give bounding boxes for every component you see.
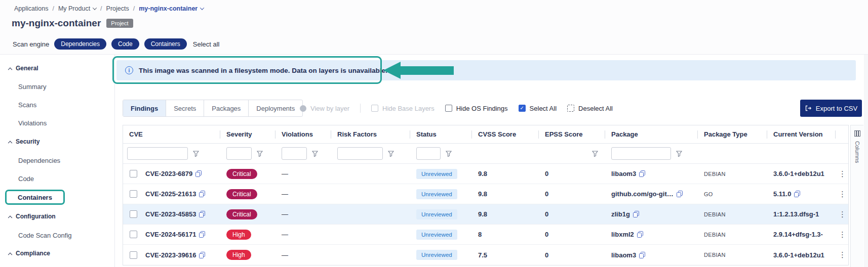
vertical-scrollbar[interactable] (864, 55, 868, 267)
select-all-checkbox[interactable]: ✓ Select All (519, 105, 557, 112)
status-badge: Unreviewed (416, 230, 457, 240)
filter-icon[interactable] (446, 151, 452, 157)
column-header-package[interactable]: Package (605, 125, 698, 143)
scan-engine-pill-containers[interactable]: Containers (144, 38, 187, 50)
risk-factors-filter-input[interactable] (337, 147, 383, 160)
select-all-label: Select All (530, 105, 557, 112)
scan-engine-pill-dependencies[interactable]: Dependencies (54, 38, 106, 50)
copy-icon[interactable] (637, 231, 643, 238)
kebab-menu-icon[interactable]: ⋮ (837, 209, 848, 220)
sidebar-section-configuration[interactable]: Configuration (9, 213, 56, 220)
tab-packages[interactable]: Packages (204, 100, 249, 116)
row-checkbox[interactable] (130, 170, 137, 177)
kebab-menu-icon[interactable]: ⋮ (837, 249, 848, 260)
sidebar-item-containers[interactable]: Containers (5, 190, 65, 205)
copy-icon[interactable] (633, 211, 639, 217)
cve-link[interactable]: CVE-2023-39616 (145, 251, 196, 259)
sidebar-item-dependencies[interactable]: Dependencies (18, 157, 60, 164)
deselect-all-button[interactable]: Deselect All (567, 105, 613, 112)
violations-filter-input[interactable] (282, 147, 307, 160)
row-checkbox[interactable] (130, 231, 137, 238)
copy-icon[interactable] (195, 170, 202, 177)
table-row[interactable]: CVE-2024-56171 High — Unreviewed 8 0 lib… (123, 225, 848, 245)
export-to-csv-button[interactable]: Export to CSV (800, 100, 862, 117)
column-header-severity[interactable]: Severity (220, 125, 275, 143)
copy-icon[interactable] (199, 231, 205, 238)
cve-link[interactable]: CVE-2024-56171 (145, 231, 196, 238)
tab-secrets[interactable]: Secrets (166, 100, 204, 116)
table-row[interactable]: CVE-2025-21613 Critical — Unreviewed 9.8… (123, 184, 848, 204)
sidebar-item-code-scan-config[interactable]: Code Scan Config (18, 232, 72, 239)
project-type-badge: Project (106, 19, 133, 28)
copy-icon[interactable] (677, 191, 683, 197)
sidebar-item-violations[interactable]: Violations (18, 119, 47, 127)
kebab-menu-icon[interactable]: ⋮ (837, 168, 848, 180)
status-filter-input[interactable] (416, 147, 441, 160)
copy-icon[interactable] (199, 211, 205, 217)
sidebar-section-compliance[interactable]: Compliance (9, 250, 50, 257)
row-checkbox[interactable] (130, 190, 137, 198)
column-header-status[interactable]: Status (410, 125, 472, 143)
checkbox-icon[interactable] (445, 105, 452, 112)
copy-icon[interactable] (794, 191, 800, 197)
filter-icon[interactable] (257, 151, 263, 157)
table-row[interactable]: CVE-2023-6879 Critical — Unreviewed 9.8 … (123, 164, 848, 184)
column-header-current-version[interactable]: Current Version (767, 125, 836, 143)
kebab-menu-icon[interactable]: ⋮ (837, 229, 848, 240)
copy-icon[interactable] (639, 170, 645, 177)
column-header-epss-score[interactable]: EPSS Score (539, 125, 605, 143)
sidebar-item-summary[interactable]: Summary (18, 83, 47, 91)
view-by-layer-option: View by layer (300, 105, 349, 112)
table-row[interactable]: CVE-2023-45853 Critical — Unreviewed 9.8… (123, 204, 848, 225)
row-checkbox[interactable] (130, 210, 137, 218)
copy-icon[interactable] (199, 191, 205, 197)
cve-link[interactable]: CVE-2023-6879 (145, 170, 192, 177)
breadcrumb-item-current-project[interactable]: my-nginx-container (139, 5, 204, 12)
column-header-cve[interactable]: CVE (123, 125, 220, 143)
cvss-score-value: 7.5 (472, 245, 539, 265)
filter-icon[interactable] (592, 151, 598, 157)
breadcrumb-item-my-product[interactable]: My Product (58, 5, 96, 12)
sidebar-section-security[interactable]: Security (9, 138, 40, 145)
filter-icon[interactable] (676, 151, 682, 157)
cve-link[interactable]: CVE-2023-45853 (145, 210, 196, 218)
sidebar-section-label: Compliance (16, 250, 50, 257)
copy-icon[interactable] (639, 252, 645, 258)
copy-icon[interactable] (199, 252, 205, 258)
table-filter-row (123, 144, 848, 164)
sidebar-item-scans[interactable]: Scans (18, 101, 36, 109)
scan-engine-select-all[interactable]: Select all (193, 40, 220, 48)
breadcrumb-label: my-nginx-container (139, 5, 198, 12)
cve-filter-input[interactable] (127, 147, 188, 160)
row-checkbox[interactable] (130, 251, 137, 259)
kebab-menu-icon[interactable]: ⋮ (837, 189, 848, 200)
hide-os-findings-checkbox[interactable]: Hide OS Findings (445, 105, 508, 112)
filter-icon[interactable] (312, 151, 318, 157)
package-type-value: GO (698, 184, 767, 204)
cvss-score-value: 8 (472, 225, 539, 244)
column-header-package-type[interactable]: Package Type (698, 125, 767, 143)
sidebar-section-general[interactable]: General (9, 65, 38, 72)
table-row[interactable]: CVE-2023-39616 High — Unreviewed 7.5 0 l… (123, 245, 848, 265)
package-name: github.com/go-git… (611, 190, 674, 198)
cve-link[interactable]: CVE-2025-21613 (145, 190, 196, 198)
filter-icon[interactable] (193, 151, 199, 157)
column-header-violations[interactable]: Violations (275, 125, 331, 143)
column-header-cvss-score[interactable]: CVSS Score (472, 125, 539, 143)
violations-value: — (275, 184, 331, 204)
tab-findings[interactable]: Findings (123, 100, 166, 116)
severity-filter-input[interactable] (226, 147, 252, 160)
checkbox-icon (371, 105, 378, 112)
filter-icon[interactable] (388, 151, 394, 157)
tab-deployments[interactable]: Deployments (249, 100, 302, 116)
app-page: Applications / My Product / Projects / m… (0, 0, 868, 267)
package-filter-input[interactable] (611, 147, 671, 160)
findings-table: CVE Severity Violations Risk Factors Sta… (123, 125, 849, 265)
sidebar-item-code[interactable]: Code (18, 175, 34, 183)
scan-engine-pill-code[interactable]: Code (111, 38, 139, 50)
checkbox-checked-icon[interactable]: ✓ (519, 105, 526, 112)
column-header-risk-factors[interactable]: Risk Factors (331, 125, 410, 143)
breadcrumb-item-applications[interactable]: Applications (14, 5, 48, 12)
columns-panel-toggle[interactable]: Columns (850, 125, 863, 267)
breadcrumb-item-projects[interactable]: Projects (106, 5, 129, 12)
